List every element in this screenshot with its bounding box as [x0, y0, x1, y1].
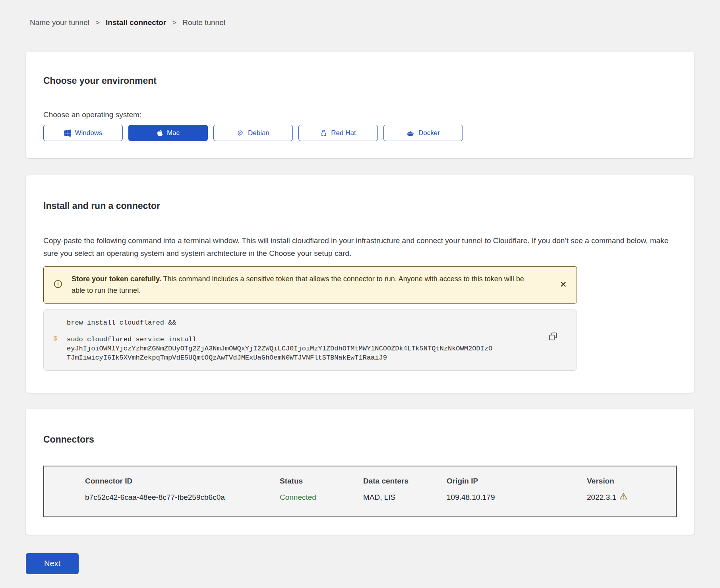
install-command-codeblock[interactable]: brew install cloudflared && $ sudo cloud…	[43, 309, 577, 371]
col-header-status: Status	[280, 477, 363, 485]
warning-triangle-icon	[619, 493, 627, 502]
environment-card-title: Choose your environment	[43, 75, 677, 86]
windows-icon	[64, 130, 71, 137]
os-button-label: Docker	[418, 129, 440, 137]
shell-prompt: $	[53, 335, 67, 362]
step-name-your-tunnel[interactable]: Name your tunnel	[30, 18, 89, 27]
x-close-icon[interactable]	[559, 280, 568, 290]
status-badge: Connected	[280, 493, 363, 502]
os-button-docker[interactable]: Docker	[383, 125, 463, 141]
copy-icon[interactable]	[548, 331, 558, 343]
version-cell: 2022.3.1	[587, 493, 676, 502]
token-line-2: TJmIiwicyI6Ik5XVmhZekpqTmpVdE5UQmtOQzAwT…	[67, 353, 553, 362]
breadcrumb: Name your tunnel > Install connector > R…	[26, 0, 694, 27]
connectors-card: Connectors Connector ID Status Data cent…	[26, 409, 694, 535]
install-description: Copy-paste the following command into a …	[43, 234, 677, 260]
os-button-label: Debian	[248, 129, 269, 137]
token-warning-banner: Store your token carefully. This command…	[43, 266, 577, 304]
col-header-version: Version	[587, 477, 676, 485]
breadcrumb-separator: >	[172, 18, 176, 27]
col-header-connector-id: Connector ID	[44, 477, 280, 485]
os-button-windows[interactable]: Windows	[43, 125, 123, 141]
step-install-connector[interactable]: Install connector	[106, 18, 166, 27]
os-select-label: Choose an operating system:	[43, 110, 677, 119]
connector-id-cell: b7c52c42-6caa-48ee-8c77-fbe259cb6c0a	[44, 493, 280, 502]
origin-ip-cell: 109.48.10.179	[447, 493, 587, 502]
version-value: 2022.3.1	[587, 493, 616, 502]
next-button[interactable]: Next	[26, 553, 79, 574]
os-button-debian[interactable]: Debian	[213, 125, 293, 141]
code-command-row: $ sudo cloudflared service install eyJhI…	[53, 335, 553, 362]
connectors-card-title: Connectors	[43, 434, 677, 445]
os-button-redhat[interactable]: Red Hat	[298, 125, 378, 141]
circle-exclamation-icon	[53, 279, 63, 290]
code-command-body: sudo cloudflared service install eyJhIjo…	[67, 335, 553, 362]
token-warning-bold: Store your token carefully.	[72, 275, 161, 283]
connectors-table-header: Connector ID Status Data centers Origin …	[44, 477, 676, 485]
breadcrumb-separator: >	[95, 18, 100, 27]
os-button-label: Windows	[75, 129, 103, 137]
token-line-1: eyJhIjoiOWM1YjczYzhmZGNmZDUyOTg2ZjA3NmJm…	[67, 344, 553, 353]
os-button-label: Mac	[167, 129, 180, 137]
code-line-sudo: sudo cloudflared service install	[67, 335, 553, 344]
data-centers-cell: MAD, LIS	[363, 493, 447, 502]
step-route-tunnel[interactable]: Route tunnel	[182, 18, 225, 27]
tunnel-setup-page: Name your tunnel > Install connector > R…	[0, 0, 720, 588]
os-button-mac[interactable]: Mac	[128, 125, 208, 141]
linux-penguin-icon	[320, 129, 327, 137]
col-header-origin-ip: Origin IP	[447, 477, 587, 485]
docker-whale-icon	[406, 130, 414, 136]
token-warning-text: Store your token carefully. This command…	[72, 273, 536, 296]
code-line-brew: brew install cloudflared &&	[67, 319, 553, 327]
debian-swirl-icon	[237, 130, 244, 137]
connectors-table: Connector ID Status Data centers Origin …	[43, 466, 677, 517]
install-connector-card: Install and run a connector Copy-paste t…	[26, 175, 694, 393]
apple-icon	[157, 129, 163, 137]
install-card-title: Install and run a connector	[43, 201, 677, 211]
choose-environment-card: Choose your environment Choose an operat…	[26, 52, 694, 158]
table-row: b7c52c42-6caa-48ee-8c77-fbe259cb6c0a Con…	[44, 493, 676, 502]
os-button-label: Red Hat	[331, 129, 356, 137]
os-button-group: Windows Mac Debian	[43, 125, 677, 141]
col-header-data-centers: Data centers	[363, 477, 447, 485]
